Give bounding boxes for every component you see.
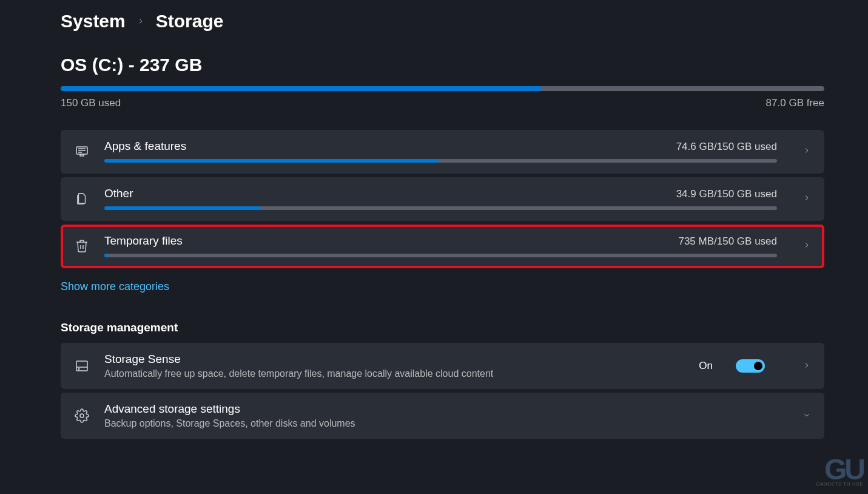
trash-icon <box>74 238 90 254</box>
chevron-right-icon <box>802 146 811 157</box>
category-usage: 34.9 GB/150 GB used <box>676 188 777 200</box>
watermark-logo: GU <box>816 458 863 481</box>
drive-used-label: 150 GB used <box>61 97 121 109</box>
category-bar-fill <box>104 206 261 210</box>
watermark: GU GADGETS TO USE <box>816 458 863 487</box>
drive-usage-labels: 150 GB used 87.0 GB free <box>61 97 824 109</box>
category-bar <box>104 254 777 257</box>
category-label: Other <box>104 187 133 200</box>
management-desc: Automatically free up space, delete temp… <box>104 368 684 379</box>
apps-icon <box>74 143 90 159</box>
storage-sense-toggle[interactable] <box>736 359 765 373</box>
chevron-right-icon <box>136 15 145 29</box>
category-label: Temporary files <box>104 234 183 248</box>
category-card-other[interactable]: Other34.9 GB/150 GB used <box>61 177 824 221</box>
category-body: Apps & features74.6 GB/150 GB used <box>104 140 777 163</box>
disk-icon <box>74 358 90 374</box>
category-usage: 74.6 GB/150 GB used <box>676 141 777 153</box>
category-card-temporary-files[interactable]: Temporary files735 MB/150 GB used <box>61 225 824 268</box>
chevron-right-icon <box>802 241 811 251</box>
chevron-right-icon <box>802 194 811 204</box>
show-more-categories-link[interactable]: Show more categories <box>61 280 169 293</box>
gear-icon <box>74 408 90 424</box>
storage-management-heading: Storage management <box>61 321 824 334</box>
chevron-down-icon <box>802 411 811 421</box>
category-card-apps-features[interactable]: Apps & features74.6 GB/150 GB used <box>61 130 824 174</box>
drive-usage-fill <box>61 86 542 91</box>
management-desc: Backup options, Storage Spaces, other di… <box>104 418 777 429</box>
category-bar-fill <box>104 254 108 257</box>
chevron-right-icon <box>802 361 811 371</box>
management-body: Storage SenseAutomatically free up space… <box>104 353 684 379</box>
files-icon <box>74 191 90 206</box>
category-bar-fill <box>104 159 439 163</box>
svg-point-7 <box>78 368 79 370</box>
drive-title: OS (C:) - 237 GB <box>61 55 824 75</box>
management-body: Advanced storage settingsBackup options,… <box>104 402 777 429</box>
svg-point-8 <box>80 414 84 418</box>
management-card-storage-sense[interactable]: Storage SenseAutomatically free up space… <box>61 343 824 389</box>
drive-free-label: 87.0 GB free <box>766 97 824 109</box>
category-body: Other34.9 GB/150 GB used <box>104 187 777 210</box>
category-bar <box>104 159 777 163</box>
svg-rect-4 <box>80 154 84 156</box>
management-title: Storage Sense <box>104 353 684 366</box>
toggle-label: On <box>699 360 713 372</box>
category-body: Temporary files735 MB/150 GB used <box>104 234 777 257</box>
breadcrumb-current: Storage <box>156 11 224 32</box>
watermark-tag: GADGETS TO USE <box>816 481 863 487</box>
management-card-advanced-storage-settings[interactable]: Advanced storage settingsBackup options,… <box>61 393 824 439</box>
breadcrumb: System Storage <box>61 11 824 32</box>
breadcrumb-parent[interactable]: System <box>61 11 126 32</box>
drive-usage-bar <box>61 86 824 91</box>
category-usage: 735 MB/150 GB used <box>678 235 777 248</box>
category-label: Apps & features <box>104 140 186 153</box>
management-title: Advanced storage settings <box>104 402 777 416</box>
category-bar <box>104 206 777 210</box>
